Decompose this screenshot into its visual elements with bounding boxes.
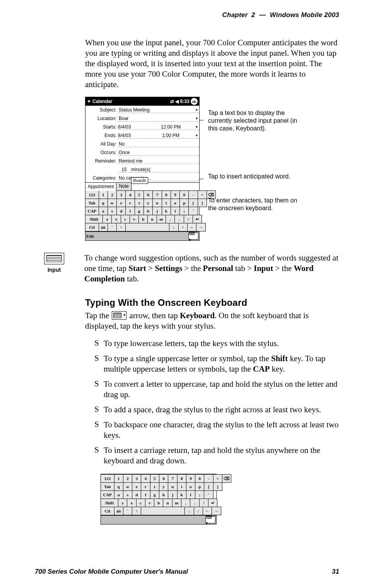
key[interactable]: Tab bbox=[101, 482, 114, 491]
key[interactable]: ` bbox=[108, 223, 117, 231]
key[interactable]: Ctl bbox=[101, 507, 114, 515]
key[interactable]: 2 bbox=[108, 190, 117, 199]
key[interactable]: ⌫ bbox=[222, 474, 231, 483]
key[interactable]: 8 bbox=[177, 474, 186, 483]
key[interactable]: u bbox=[152, 199, 162, 207]
key[interactable]: n bbox=[163, 499, 172, 507]
word-suggestion[interactable]: Boards bbox=[131, 177, 148, 184]
key[interactable]: a bbox=[114, 490, 123, 499]
key[interactable]: 123 bbox=[101, 474, 114, 483]
key[interactable]: 0 bbox=[195, 474, 204, 483]
key[interactable]: 1 bbox=[99, 190, 108, 199]
key[interactable]: z bbox=[102, 215, 112, 223]
key[interactable]: ] bbox=[198, 199, 207, 207]
key[interactable]: 3 bbox=[132, 474, 141, 483]
key[interactable]: d bbox=[132, 490, 141, 499]
key[interactable]: u bbox=[168, 482, 177, 491]
key[interactable]: i bbox=[162, 199, 171, 207]
ends-time[interactable]: 1:00 PM bbox=[145, 133, 199, 139]
key[interactable]: v bbox=[145, 499, 154, 507]
key[interactable]: h bbox=[143, 207, 153, 215]
start-icon[interactable]: ✦ bbox=[87, 99, 91, 104]
key[interactable]: j bbox=[152, 207, 162, 215]
key[interactable]: f bbox=[141, 490, 150, 499]
location-field[interactable]: Boar bbox=[118, 116, 199, 122]
key[interactable]: 6 bbox=[159, 474, 168, 483]
key[interactable]: y bbox=[159, 482, 168, 491]
key[interactable]: a bbox=[99, 207, 108, 215]
key[interactable]: q bbox=[99, 199, 108, 207]
key[interactable]: [ bbox=[188, 199, 198, 207]
sip-button[interactable]: ⌨ ▴ bbox=[205, 516, 215, 523]
key[interactable]: ↓ bbox=[184, 507, 194, 515]
key[interactable]: q bbox=[114, 482, 123, 491]
key[interactable]: 3 bbox=[116, 190, 126, 199]
key[interactable]: áü bbox=[99, 223, 108, 231]
key[interactable]: x bbox=[111, 215, 121, 223]
key[interactable]: CAP bbox=[101, 490, 114, 499]
ends-date[interactable]: 8/4/03 bbox=[118, 133, 145, 139]
key[interactable]: [ bbox=[204, 482, 213, 491]
key[interactable]: \ bbox=[132, 507, 141, 515]
key[interactable]: 0 bbox=[179, 190, 189, 199]
key[interactable]: c bbox=[121, 215, 130, 223]
key[interactable]: Ctl bbox=[85, 223, 99, 231]
tab-note[interactable]: Note bbox=[116, 183, 131, 190]
categories-field[interactable]: No categories... bbox=[118, 175, 199, 181]
key[interactable]: p bbox=[195, 482, 204, 491]
key[interactable]: ; bbox=[195, 490, 204, 499]
key[interactable]: 1 bbox=[114, 474, 123, 483]
speaker-icon[interactable]: ◀ bbox=[175, 99, 179, 104]
key[interactable]: v bbox=[130, 215, 139, 223]
key[interactable]: 123 bbox=[85, 190, 99, 199]
onscreen-keyboard[interactable]: 1231234567890-=⌫Tabqwertyuiop[]CAPasdfgh… bbox=[101, 474, 216, 524]
key[interactable]: f bbox=[125, 207, 135, 215]
key[interactable]: t bbox=[135, 199, 144, 207]
key[interactable]: → bbox=[196, 223, 205, 231]
key[interactable]: r bbox=[125, 199, 135, 207]
key[interactable]: / bbox=[184, 215, 193, 223]
key[interactable]: i bbox=[177, 482, 186, 491]
starts-time[interactable]: 12:00 PM bbox=[145, 124, 199, 130]
ok-button[interactable]: ok bbox=[191, 98, 198, 105]
key[interactable]: Shift bbox=[85, 215, 103, 223]
key[interactable]: Shift bbox=[101, 499, 118, 507]
key[interactable]: áü bbox=[114, 507, 123, 515]
key[interactable]: s bbox=[108, 207, 117, 215]
key[interactable]: = bbox=[213, 474, 222, 483]
key[interactable]: 7 bbox=[168, 474, 177, 483]
key[interactable]: 9 bbox=[171, 190, 180, 199]
key[interactable]: 4 bbox=[141, 474, 150, 483]
key[interactable]: c bbox=[136, 499, 145, 507]
key[interactable]: r bbox=[141, 482, 150, 491]
key[interactable]: j bbox=[168, 490, 177, 499]
key[interactable]: 7 bbox=[152, 190, 162, 199]
key[interactable]: l bbox=[171, 207, 180, 215]
key[interactable]: z bbox=[118, 499, 127, 507]
key[interactable]: Tab bbox=[85, 199, 99, 207]
key[interactable]: . bbox=[174, 215, 184, 223]
key[interactable]: 5 bbox=[150, 474, 159, 483]
key[interactable]: CAP bbox=[85, 207, 99, 215]
key[interactable]: b bbox=[138, 215, 148, 223]
key[interactable]: , bbox=[166, 215, 175, 223]
key[interactable]: / bbox=[199, 499, 208, 507]
key[interactable] bbox=[125, 223, 169, 231]
key[interactable]: ↑ bbox=[178, 223, 188, 231]
key[interactable]: 9 bbox=[186, 474, 195, 483]
key[interactable]: k bbox=[177, 490, 186, 499]
key[interactable]: k bbox=[162, 207, 171, 215]
key[interactable]: w bbox=[123, 482, 132, 491]
key[interactable]: w bbox=[108, 199, 117, 207]
key[interactable]: l bbox=[186, 490, 195, 499]
key[interactable]: p bbox=[179, 199, 189, 207]
key[interactable]: h bbox=[159, 490, 168, 499]
key[interactable]: \ bbox=[116, 223, 126, 231]
key[interactable]: y bbox=[143, 199, 153, 207]
starts-date[interactable]: 8/4/03 bbox=[118, 124, 145, 130]
key[interactable]: ] bbox=[213, 482, 222, 491]
key[interactable]: d bbox=[116, 207, 126, 215]
key[interactable] bbox=[141, 507, 185, 515]
key[interactable]: - bbox=[204, 474, 213, 483]
reminder-qty[interactable]: 15 bbox=[118, 167, 130, 173]
